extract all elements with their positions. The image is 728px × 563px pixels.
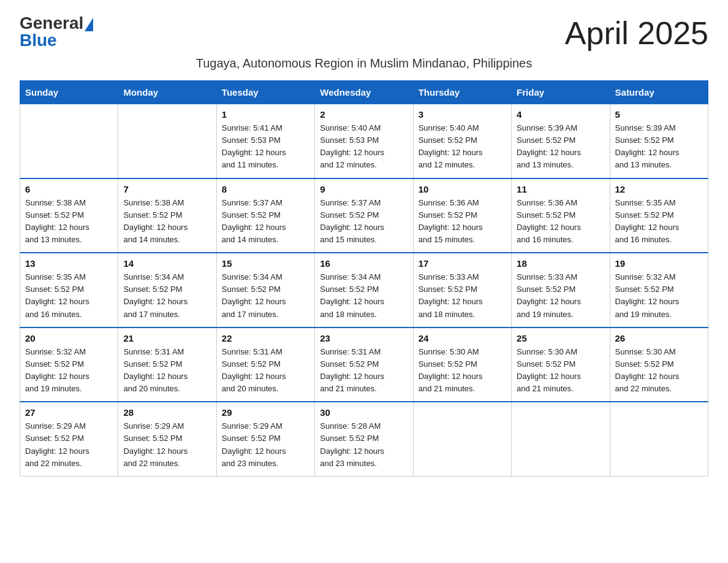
calendar-cell: 28Sunrise: 5:29 AMSunset: 5:52 PMDayligh… [118, 402, 216, 476]
day-info: Sunrise: 5:41 AMSunset: 5:53 PMDaylight:… [222, 122, 309, 172]
calendar-cell [118, 104, 216, 178]
day-info: Sunrise: 5:35 AMSunset: 5:52 PMDaylight:… [25, 271, 113, 321]
calendar: Sunday Monday Tuesday Wednesday Thursday… [20, 80, 708, 477]
day-number: 7 [123, 184, 211, 194]
day-number: 3 [419, 109, 506, 120]
day-number: 8 [222, 184, 309, 194]
day-info: Sunrise: 5:40 AMSunset: 5:52 PMDaylight:… [419, 122, 506, 172]
calendar-cell: 11Sunrise: 5:36 AMSunset: 5:52 PMDayligh… [512, 178, 610, 253]
calendar-week-row: 1Sunrise: 5:41 AMSunset: 5:53 PMDaylight… [20, 104, 708, 178]
calendar-cell [512, 402, 610, 476]
day-info: Sunrise: 5:39 AMSunset: 5:52 PMDaylight:… [517, 122, 604, 172]
day-number: 25 [517, 333, 604, 343]
calendar-cell [20, 104, 118, 178]
calendar-cell: 4Sunrise: 5:39 AMSunset: 5:52 PMDaylight… [512, 104, 610, 178]
day-info: Sunrise: 5:31 AMSunset: 5:52 PMDaylight:… [320, 346, 408, 396]
day-info: Sunrise: 5:29 AMSunset: 5:52 PMDaylight:… [222, 420, 309, 470]
subtitle: Tugaya, Autonomous Region in Muslim Mind… [20, 56, 708, 71]
calendar-cell: 2Sunrise: 5:40 AMSunset: 5:53 PMDaylight… [315, 104, 413, 178]
calendar-cell [413, 402, 511, 476]
day-number: 21 [123, 333, 211, 343]
day-number: 22 [222, 333, 309, 343]
day-number: 12 [615, 184, 703, 194]
calendar-cell: 6Sunrise: 5:38 AMSunset: 5:52 PMDaylight… [20, 178, 118, 253]
col-friday: Friday [512, 81, 610, 104]
day-number: 4 [517, 109, 604, 120]
calendar-cell: 19Sunrise: 5:32 AMSunset: 5:52 PMDayligh… [610, 253, 708, 327]
col-monday: Monday [118, 81, 216, 104]
day-info: Sunrise: 5:28 AMSunset: 5:52 PMDaylight:… [320, 420, 408, 470]
day-number: 23 [320, 333, 408, 343]
calendar-cell: 20Sunrise: 5:32 AMSunset: 5:52 PMDayligh… [20, 327, 118, 402]
day-number: 20 [25, 333, 113, 343]
day-number: 17 [419, 258, 506, 269]
calendar-cell: 16Sunrise: 5:34 AMSunset: 5:52 PMDayligh… [315, 253, 413, 327]
calendar-cell: 22Sunrise: 5:31 AMSunset: 5:52 PMDayligh… [216, 327, 314, 402]
logo-blue: Blue [20, 32, 57, 49]
day-info: Sunrise: 5:29 AMSunset: 5:52 PMDaylight:… [25, 420, 113, 470]
day-info: Sunrise: 5:32 AMSunset: 5:52 PMDaylight:… [615, 271, 703, 321]
calendar-cell: 7Sunrise: 5:38 AMSunset: 5:52 PMDaylight… [118, 178, 216, 253]
day-info: Sunrise: 5:34 AMSunset: 5:52 PMDaylight:… [320, 271, 408, 321]
day-info: Sunrise: 5:34 AMSunset: 5:52 PMDaylight:… [123, 271, 211, 321]
day-number: 28 [123, 407, 211, 418]
day-number: 15 [222, 258, 309, 269]
col-saturday: Saturday [610, 81, 708, 104]
day-number: 2 [320, 109, 408, 120]
day-info: Sunrise: 5:36 AMSunset: 5:52 PMDaylight:… [419, 197, 506, 247]
day-info: Sunrise: 5:33 AMSunset: 5:52 PMDaylight:… [517, 271, 604, 321]
calendar-cell: 29Sunrise: 5:29 AMSunset: 5:52 PMDayligh… [216, 402, 314, 476]
calendar-week-row: 13Sunrise: 5:35 AMSunset: 5:52 PMDayligh… [20, 253, 708, 327]
day-info: Sunrise: 5:38 AMSunset: 5:52 PMDaylight:… [25, 197, 113, 247]
day-number: 19 [615, 258, 703, 269]
calendar-week-row: 27Sunrise: 5:29 AMSunset: 5:52 PMDayligh… [20, 402, 708, 476]
col-wednesday: Wednesday [315, 81, 413, 104]
day-number: 24 [419, 333, 506, 343]
calendar-cell: 21Sunrise: 5:31 AMSunset: 5:52 PMDayligh… [118, 327, 216, 402]
day-number: 26 [615, 333, 703, 343]
calendar-cell: 15Sunrise: 5:34 AMSunset: 5:52 PMDayligh… [216, 253, 314, 327]
calendar-header-row: Sunday Monday Tuesday Wednesday Thursday… [20, 81, 708, 104]
day-info: Sunrise: 5:39 AMSunset: 5:52 PMDaylight:… [615, 122, 703, 172]
col-thursday: Thursday [413, 81, 511, 104]
calendar-cell: 26Sunrise: 5:30 AMSunset: 5:52 PMDayligh… [610, 327, 708, 402]
calendar-week-row: 20Sunrise: 5:32 AMSunset: 5:52 PMDayligh… [20, 327, 708, 402]
day-number: 10 [419, 184, 506, 194]
calendar-cell: 8Sunrise: 5:37 AMSunset: 5:52 PMDaylight… [216, 178, 314, 253]
day-info: Sunrise: 5:37 AMSunset: 5:52 PMDaylight:… [222, 197, 309, 247]
logo-general: General [20, 15, 83, 32]
day-info: Sunrise: 5:31 AMSunset: 5:52 PMDaylight:… [222, 346, 309, 396]
day-number: 9 [320, 184, 408, 194]
logo-triangle-icon [85, 18, 93, 31]
calendar-cell: 10Sunrise: 5:36 AMSunset: 5:52 PMDayligh… [413, 178, 511, 253]
day-info: Sunrise: 5:38 AMSunset: 5:52 PMDaylight:… [123, 197, 211, 247]
day-number: 29 [222, 407, 309, 418]
day-info: Sunrise: 5:30 AMSunset: 5:52 PMDaylight:… [615, 346, 703, 396]
day-info: Sunrise: 5:40 AMSunset: 5:53 PMDaylight:… [320, 122, 408, 172]
day-info: Sunrise: 5:37 AMSunset: 5:52 PMDaylight:… [320, 197, 408, 247]
calendar-cell: 30Sunrise: 5:28 AMSunset: 5:52 PMDayligh… [315, 402, 413, 476]
calendar-cell [610, 402, 708, 476]
day-info: Sunrise: 5:35 AMSunset: 5:52 PMDaylight:… [615, 197, 703, 247]
day-info: Sunrise: 5:30 AMSunset: 5:52 PMDaylight:… [517, 346, 604, 396]
calendar-cell: 1Sunrise: 5:41 AMSunset: 5:53 PMDaylight… [216, 104, 314, 178]
col-tuesday: Tuesday [216, 81, 314, 104]
day-number: 18 [517, 258, 604, 269]
calendar-cell: 12Sunrise: 5:35 AMSunset: 5:52 PMDayligh… [610, 178, 708, 253]
day-number: 30 [320, 407, 408, 418]
day-number: 6 [25, 184, 113, 194]
day-info: Sunrise: 5:30 AMSunset: 5:52 PMDaylight:… [419, 346, 506, 396]
page-title: April 2025 [565, 15, 708, 52]
day-info: Sunrise: 5:33 AMSunset: 5:52 PMDaylight:… [419, 271, 506, 321]
day-number: 5 [615, 109, 703, 120]
day-number: 13 [25, 258, 113, 269]
calendar-cell: 9Sunrise: 5:37 AMSunset: 5:52 PMDaylight… [315, 178, 413, 253]
day-info: Sunrise: 5:29 AMSunset: 5:52 PMDaylight:… [123, 420, 211, 470]
day-number: 16 [320, 258, 408, 269]
logo: General Blue [20, 15, 93, 49]
calendar-cell: 18Sunrise: 5:33 AMSunset: 5:52 PMDayligh… [512, 253, 610, 327]
col-sunday: Sunday [20, 81, 118, 104]
calendar-cell: 23Sunrise: 5:31 AMSunset: 5:52 PMDayligh… [315, 327, 413, 402]
header: General Blue April 2025 [20, 15, 708, 52]
day-number: 11 [517, 184, 604, 194]
